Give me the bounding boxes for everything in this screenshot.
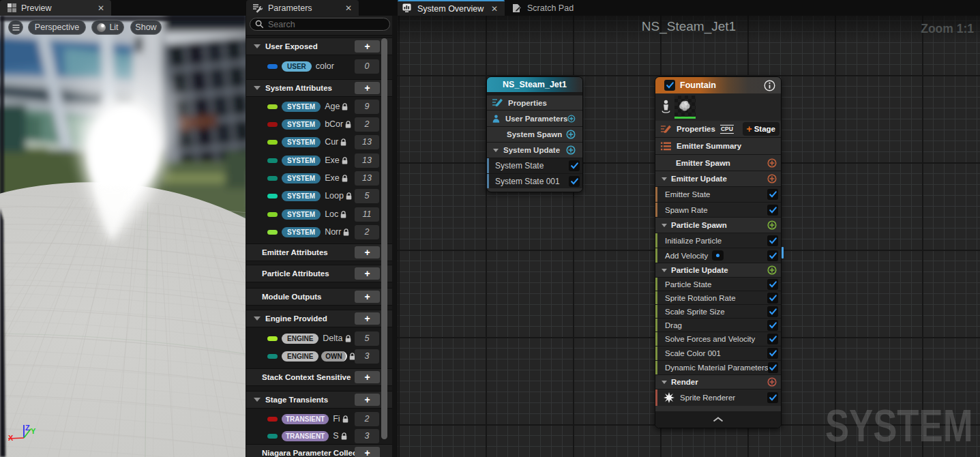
svg-text:Y: Y [31, 427, 36, 435]
svg-text:X: X [8, 434, 14, 442]
svg-text:Z: Z [25, 424, 30, 432]
